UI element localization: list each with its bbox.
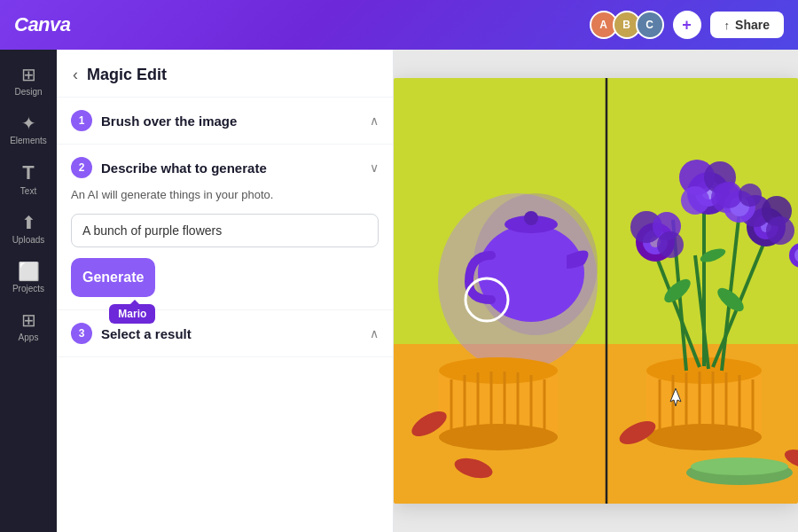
step-1-number: 1 bbox=[71, 110, 92, 131]
step-3-number: 3 bbox=[71, 323, 92, 344]
user-tooltip: Mario bbox=[109, 304, 155, 324]
magic-edit-panel: ‹ Magic Edit 1 Brush over the image ∧ 2 … bbox=[57, 50, 394, 532]
step-1-label: Brush over the image bbox=[101, 113, 237, 129]
sidebar-item-label: Projects bbox=[12, 284, 44, 293]
main-area: ⊞ Design ✦ Elements T Text ⬆ Uploads ⬜ P… bbox=[0, 50, 798, 532]
sidebar-item-uploads[interactable]: ⬆ Uploads bbox=[0, 205, 57, 254]
step-description: An AI will generate things in your photo… bbox=[71, 187, 379, 203]
svg-point-54 bbox=[681, 186, 709, 215]
design-icon: ⊞ bbox=[21, 66, 36, 83]
step-3-label: Select a result bbox=[101, 326, 192, 341]
canvas-svg bbox=[394, 78, 798, 504]
sidebar-item-label: Uploads bbox=[12, 235, 45, 245]
prompt-input[interactable] bbox=[71, 214, 379, 247]
add-collaborator-button[interactable]: + bbox=[673, 11, 701, 39]
panel-header: ‹ Magic Edit bbox=[57, 50, 393, 98]
svg-point-63 bbox=[716, 182, 742, 208]
canvas-area bbox=[394, 50, 798, 532]
generate-button[interactable]: Generate bbox=[71, 258, 155, 297]
sidebar-item-label: Text bbox=[20, 186, 36, 196]
back-button[interactable]: ‹ bbox=[71, 64, 80, 86]
projects-icon: ⬜ bbox=[18, 262, 40, 280]
sidebar-item-label: Elements bbox=[10, 136, 47, 145]
step-1-chevron: ∧ bbox=[370, 113, 379, 128]
canvas-image bbox=[394, 78, 798, 504]
step-2-chevron: ∨ bbox=[370, 160, 379, 175]
share-button[interactable]: ↑ Share bbox=[710, 12, 784, 38]
left-sidebar: ⊞ Design ✦ Elements T Text ⬆ Uploads ⬜ P… bbox=[0, 50, 57, 532]
svg-point-4 bbox=[478, 224, 584, 322]
step-2-header[interactable]: 2 Describe what to generate ∨ bbox=[71, 157, 379, 178]
sidebar-item-label: Design bbox=[14, 87, 42, 97]
collaborator-avatars: A B C bbox=[590, 11, 664, 39]
svg-point-9 bbox=[439, 357, 558, 384]
sidebar-item-design[interactable]: ⊞ Design bbox=[0, 57, 57, 106]
sidebar-item-projects[interactable]: ⬜ Projects bbox=[0, 254, 57, 302]
step-2-number: 2 bbox=[71, 157, 92, 178]
svg-point-24 bbox=[646, 424, 762, 450]
svg-point-68 bbox=[691, 458, 788, 475]
svg-point-10 bbox=[439, 424, 558, 450]
panel-title: Magic Edit bbox=[87, 66, 167, 84]
generate-wrapper: Generate Mario bbox=[71, 247, 155, 297]
sidebar-item-text[interactable]: T Text bbox=[0, 154, 57, 205]
step-2-content: An AI will generate things in your photo… bbox=[71, 187, 379, 297]
share-icon: ↑ bbox=[724, 19, 731, 32]
sidebar-item-apps[interactable]: ⊞ Apps bbox=[0, 302, 57, 351]
text-icon: T bbox=[22, 163, 34, 183]
step-3: 3 Select a result ∧ bbox=[57, 310, 393, 357]
elements-icon: ✦ bbox=[21, 114, 36, 132]
app-header: Canva A B C + ↑ Share bbox=[0, 0, 798, 50]
svg-point-60 bbox=[766, 216, 794, 245]
sidebar-item-elements[interactable]: ✦ Elements bbox=[0, 106, 57, 154]
header-right: A B C + ↑ Share bbox=[590, 11, 784, 39]
step-3-header[interactable]: 3 Select a result ∧ bbox=[71, 323, 379, 344]
apps-icon: ⊞ bbox=[21, 311, 36, 329]
svg-point-47 bbox=[657, 231, 684, 258]
sidebar-item-label: Apps bbox=[19, 332, 39, 342]
uploads-icon: ⬆ bbox=[21, 214, 36, 231]
step-2: 2 Describe what to generate ∨ An AI will… bbox=[57, 145, 393, 310]
step-1-header[interactable]: 1 Brush over the image ∧ bbox=[71, 110, 379, 131]
step-1: 1 Brush over the image ∧ bbox=[57, 98, 393, 145]
svg-point-64 bbox=[739, 184, 762, 207]
avatar-3: C bbox=[636, 11, 664, 39]
canva-logo: Canva bbox=[14, 13, 71, 36]
step-3-chevron: ∧ bbox=[370, 326, 379, 340]
step-2-label: Describe what to generate bbox=[101, 160, 267, 176]
svg-point-6 bbox=[524, 211, 538, 225]
